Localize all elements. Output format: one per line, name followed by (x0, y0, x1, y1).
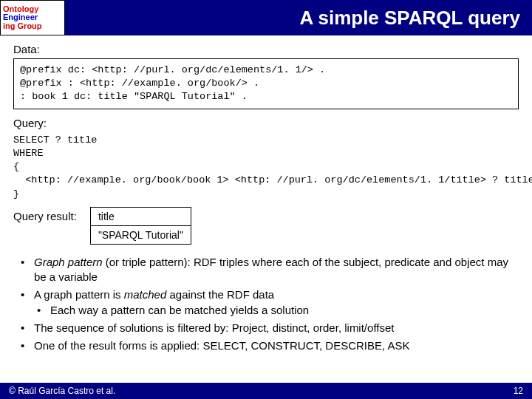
result-label: Query result: (13, 207, 77, 222)
logo: Ontology Engineer ing Group (0, 0, 65, 35)
logo-line-3: ing Group (3, 22, 62, 31)
data-code-block: @prefix dc: <http: //purl. org/dc/elemen… (13, 58, 519, 109)
slide-number: 12 (514, 386, 523, 396)
bullet-list: Graph pattern (or triple pattern): RDF t… (18, 255, 514, 354)
bullet-2: A graph pattern is matched against the R… (18, 287, 514, 318)
bullet-2-post: against the RDF data (166, 288, 274, 301)
header-bar: Ontology Engineer ing Group A simple SPA… (0, 0, 532, 35)
result-table: title "SPARQL Tutorial" (90, 207, 191, 245)
result-header-cell: title (90, 207, 191, 225)
bullet-4: One of the result forms is applied: SELE… (18, 338, 514, 353)
result-value-cell: "SPARQL Tutorial" (90, 225, 191, 244)
bullet-1-term: Graph pattern (34, 256, 103, 268)
result-row: Query result: title "SPARQL Tutorial" (13, 207, 532, 245)
footer-bar: © Raúl García Castro et al. 12 (0, 383, 532, 399)
slide-title: A simple SPARQL query (65, 7, 532, 30)
bullet-2-pre: A graph pattern is (34, 288, 124, 301)
bullet-2-term: matched (124, 288, 167, 301)
data-label: Data: (13, 43, 532, 55)
bullet-2-sub: Each way a pattern can be matched yields… (34, 303, 514, 318)
bullet-1: Graph pattern (or triple pattern): RDF t… (18, 255, 514, 285)
bullet-3: The sequence of solutions is filtered by… (18, 321, 514, 335)
query-label: Query: (13, 117, 532, 129)
bullet-1-rest: (or triple pattern): RDF triples where e… (34, 256, 508, 283)
query-code-block: SELECT ? title WHERE { <http: //example.… (13, 132, 519, 202)
footer-copyright: © Raúl García Castro et al. (9, 386, 115, 396)
